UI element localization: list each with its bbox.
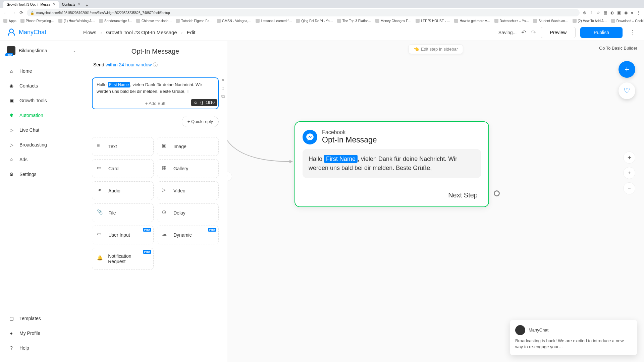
tile-card[interactable]: ▭Card: [92, 159, 154, 178]
bookmark-item[interactable]: Apps: [3, 19, 16, 23]
tile-notification[interactable]: 🔔Notification RequestPRO: [92, 248, 154, 270]
info-icon[interactable]: ?: [153, 62, 158, 67]
bookmark-item[interactable]: Datenschutz – Yo…: [494, 19, 529, 23]
notification-toast[interactable]: ManyChat Broadcasting is back! We are ex…: [510, 320, 637, 355]
bookmark-item[interactable]: Tutorial: Eigene Fa…: [176, 19, 213, 23]
variable-tag[interactable]: First Name: [108, 82, 130, 87]
tile-file[interactable]: 📎File: [92, 203, 154, 222]
tile-audio[interactable]: 🕩Audio: [92, 181, 154, 200]
bookmark-icon: [454, 19, 458, 23]
sidebar-item-home[interactable]: ⌂Home: [0, 64, 83, 78]
gallery-icon: ▦: [162, 165, 169, 172]
back-icon[interactable]: ←: [3, 10, 8, 15]
bookmark-item[interactable]: Download – Cooki…: [611, 19, 644, 23]
bookmark-item[interactable]: Chinese translatio…: [136, 19, 172, 23]
bookmark-item[interactable]: Student Wants an…: [533, 19, 568, 23]
variable-icon[interactable]: {}: [200, 100, 203, 105]
bookmark-icon: [256, 19, 260, 23]
forward-icon[interactable]: →: [11, 10, 16, 15]
sidebar-item-templates[interactable]: ▢Templates: [0, 311, 83, 326]
notification-avatar: [515, 325, 525, 335]
org-selector[interactable]: PRO Bildungsfirma ⌄: [0, 41, 83, 60]
bookmark-item[interactable]: (2) How To Add A…: [573, 19, 607, 23]
edit-step-hint[interactable]: 👈 Edit step in sidebar: [409, 44, 463, 54]
bookmark-item[interactable]: The Top 3 Platfor…: [337, 19, 371, 23]
breadcrumb-item[interactable]: Flows: [83, 29, 96, 35]
bookmark-item[interactable]: Lessons Learned f…: [256, 19, 292, 23]
tile-video[interactable]: ▷Video: [157, 181, 219, 200]
reload-icon[interactable]: ⟳: [19, 10, 23, 15]
browser-tab[interactable]: Contacts ×: [59, 1, 84, 8]
pointing-icon: 👈: [414, 47, 419, 52]
url-input[interactable]: 🔒 manychat.com/fb198150208192061/cms/fil…: [27, 9, 580, 16]
bookmark-item[interactable]: (1) How Working A…: [58, 19, 95, 23]
sidebar-item-automation[interactable]: ✱Automation: [0, 108, 83, 123]
tile-gallery[interactable]: ▦Gallery: [157, 159, 219, 178]
extension-icon[interactable]: ◐: [610, 10, 614, 15]
logo[interactable]: ManyChat: [7, 28, 83, 37]
emoji-icon[interactable]: ☺: [194, 100, 198, 105]
sidebar-item-livechat[interactable]: ▷Live Chat: [0, 123, 83, 137]
tile-delay[interactable]: ◷Delay: [157, 203, 219, 222]
undo-icon[interactable]: ↶: [521, 29, 526, 36]
char-count: 1910: [206, 100, 215, 105]
tile-image[interactable]: ▣Image: [157, 137, 219, 156]
new-tab-button[interactable]: +: [84, 3, 90, 8]
message-text-input[interactable]: Hallo First Name, vielen Dank für deine …: [93, 78, 218, 98]
extension-icon[interactable]: ▣: [617, 10, 621, 15]
breadcrumb-item[interactable]: Growth Tool #3 Opt-In Message: [106, 29, 177, 35]
contacts-icon: ◉: [8, 82, 15, 89]
send-window-link[interactable]: within 24 hour window: [106, 62, 152, 67]
star-icon[interactable]: ☆: [596, 10, 600, 15]
more-icon[interactable]: ⋮: [627, 29, 637, 36]
flow-step-card[interactable]: Facebook Opt-In Message Hallo First Name…: [294, 121, 489, 207]
close-icon[interactable]: ×: [53, 2, 55, 7]
output-connector[interactable]: [494, 190, 500, 196]
bookmark-item[interactable]: Qing Fei De Yi - Yo…: [296, 19, 333, 23]
menu-icon[interactable]: ⋮: [637, 10, 641, 15]
extension-icon[interactable]: ◉: [624, 10, 628, 15]
share-icon[interactable]: ⇧: [590, 10, 593, 15]
zoom-out-button[interactable]: −: [623, 182, 635, 194]
tile-userinput[interactable]: ▭User InputPRO: [92, 226, 154, 244]
sidebar-item-contacts[interactable]: ◉Contacts: [0, 78, 83, 93]
copy-icon[interactable]: ⧉: [220, 94, 226, 100]
preview-button[interactable]: Preview: [541, 27, 576, 38]
sidebar-item-settings[interactable]: ⚙Settings: [0, 167, 83, 182]
bookmark-item[interactable]: LEE 'S HOUSE - …: [416, 19, 450, 23]
avatar-icon[interactable]: ●: [631, 10, 633, 15]
zoom-icon[interactable]: ⊕: [583, 10, 586, 15]
browser-tab-active[interactable]: Growth Tool #3 Opt-In Messa ×: [3, 1, 59, 8]
close-icon[interactable]: ×: [220, 77, 226, 83]
tile-dynamic[interactable]: ☁DynamicPRO: [157, 226, 219, 244]
zoom-in-button[interactable]: +: [623, 167, 635, 179]
favorite-button[interactable]: ♡: [619, 82, 635, 99]
bookmark-item[interactable]: Phone Recycling…: [20, 19, 54, 23]
publish-button[interactable]: Publish: [580, 27, 623, 38]
save-status: Saving...: [498, 30, 517, 35]
bookmark-icon: [20, 19, 24, 23]
extension-icon[interactable]: ▦: [603, 10, 607, 15]
tile-text[interactable]: ≡Text: [92, 137, 154, 156]
sidebar-item-growth[interactable]: ▣Growth Tools: [0, 93, 83, 108]
next-step-label[interactable]: Next Step: [303, 191, 481, 199]
add-button-row[interactable]: + Add Butt ☺ {} 1910: [93, 98, 218, 109]
add-step-button[interactable]: +: [619, 61, 635, 78]
sidebar-item-profile[interactable]: ●My Profile: [0, 326, 83, 341]
basic-builder-link[interactable]: Go To Basic Builder: [599, 46, 637, 51]
bookmark-item[interactable]: Sonderanzeige f…: [99, 19, 132, 23]
quick-reply-button[interactable]: + Quick reply: [182, 116, 219, 127]
collapse-panel-button[interactable]: ‹: [227, 172, 232, 181]
bookmark-icon: [176, 19, 180, 23]
bookmark-item[interactable]: How to get more v…: [454, 19, 490, 23]
sidebar-item-ads[interactable]: ☆Ads: [0, 152, 83, 167]
sidebar-item-broadcasting[interactable]: ▷Broadcasting: [0, 137, 83, 152]
bookmark-item[interactable]: Money Changes E…: [375, 19, 412, 23]
resize-icon[interactable]: ↕: [220, 85, 226, 92]
sidebar-item-help[interactable]: ?Help: [0, 341, 83, 355]
bookmark-item[interactable]: GMSN - Vologda,…: [217, 19, 252, 23]
message-block[interactable]: Hallo First Name, vielen Dank für deine …: [92, 77, 219, 109]
magic-icon[interactable]: ✦: [623, 152, 635, 164]
close-icon[interactable]: ×: [78, 2, 80, 7]
flow-canvas[interactable]: ‹ 👈 Edit step in sidebar Go To Basic Bui…: [227, 41, 644, 362]
